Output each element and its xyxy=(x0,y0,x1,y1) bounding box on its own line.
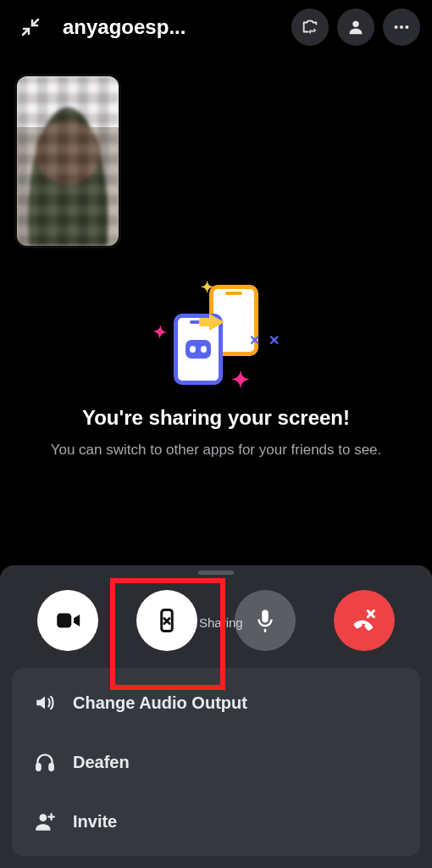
menu-item-label: Change Audio Output xyxy=(73,693,247,713)
minimize-button[interactable] xyxy=(12,8,49,46)
svg-point-2 xyxy=(400,25,403,29)
call-title: anyagoesp... xyxy=(58,15,283,39)
screenshare-status: ✦ ✦ ✦ ✕ ✕ You're sharing your screen! Yo… xyxy=(0,280,432,460)
video-camera-icon xyxy=(53,606,82,635)
call-header: anyagoesp... xyxy=(0,0,432,54)
menu-item-label: Deafen xyxy=(73,753,130,772)
mute-button[interactable] xyxy=(235,590,296,651)
person-icon xyxy=(346,18,365,36)
phone-x-icon xyxy=(154,608,180,633)
svg-rect-6 xyxy=(263,610,269,623)
stop-sharing-hint: Sharing xyxy=(199,615,243,630)
collapse-icon xyxy=(20,17,41,37)
svg-point-3 xyxy=(405,25,408,29)
svg-rect-7 xyxy=(36,764,40,771)
hangup-button[interactable] xyxy=(334,590,395,651)
svg-rect-4 xyxy=(58,614,72,628)
screenshare-heading: You're sharing your screen! xyxy=(34,405,398,431)
screenshare-illustration: ✦ ✦ ✦ ✕ ✕ xyxy=(148,280,284,390)
call-controls: Sharing xyxy=(0,583,432,668)
self-video-preview xyxy=(17,76,119,246)
menu-item-invite[interactable]: Invite xyxy=(12,792,420,851)
self-video-thumbnail[interactable] xyxy=(17,76,119,246)
hangup-icon xyxy=(350,606,379,635)
menu-item-audio-output[interactable]: Change Audio Output xyxy=(12,673,420,732)
swap-camera-button[interactable] xyxy=(291,8,329,46)
svg-rect-8 xyxy=(49,764,53,771)
drag-handle[interactable] xyxy=(198,570,234,575)
more-horizontal-icon xyxy=(392,18,411,36)
camera-button[interactable] xyxy=(37,590,98,651)
stop-screenshare-button[interactable] xyxy=(136,590,197,651)
swap-camera-icon xyxy=(301,18,319,36)
more-button[interactable] xyxy=(383,8,420,46)
screenshare-subtext: You can switch to other apps for your fr… xyxy=(34,441,398,460)
microphone-icon xyxy=(252,608,278,633)
members-button[interactable] xyxy=(337,8,374,46)
call-options-menu: Change Audio Output Deafen Invite xyxy=(12,668,420,856)
svg-point-0 xyxy=(352,21,358,27)
person-add-icon xyxy=(32,810,58,832)
svg-point-9 xyxy=(40,814,47,821)
speaker-icon xyxy=(32,692,58,714)
call-bottom-panel: Sharing xyxy=(0,565,432,868)
svg-point-1 xyxy=(395,25,398,29)
headphones-icon xyxy=(32,751,58,773)
menu-item-deafen[interactable]: Deafen xyxy=(12,732,420,792)
menu-item-label: Invite xyxy=(73,812,117,832)
